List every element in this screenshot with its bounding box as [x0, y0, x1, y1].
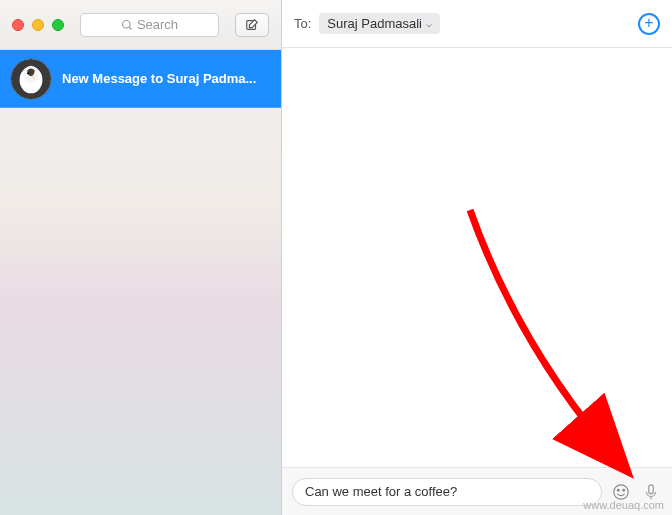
- search-placeholder: Search: [137, 17, 178, 32]
- svg-rect-10: [649, 484, 654, 493]
- conversation-item[interactable]: New Message to Suraj Padma...: [0, 50, 281, 108]
- search-icon: [121, 19, 133, 31]
- message-value: Can we meet for a coffee?: [305, 484, 457, 499]
- titlebar: Search: [0, 0, 281, 50]
- close-window-button[interactable]: [12, 19, 24, 31]
- emoji-button[interactable]: [610, 481, 632, 503]
- svg-line-1: [129, 27, 131, 29]
- recipient-chip[interactable]: Suraj Padmasali ⌵: [319, 13, 440, 34]
- sidebar: Search New Message to Suraj Padma...: [0, 0, 282, 515]
- svg-point-6: [27, 72, 29, 74]
- smiley-icon: [612, 483, 630, 501]
- search-input[interactable]: Search: [80, 13, 219, 37]
- conversation-title: New Message to Suraj Padma...: [62, 71, 256, 86]
- svg-point-8: [617, 489, 619, 491]
- message-input[interactable]: Can we meet for a coffee?: [292, 478, 602, 506]
- microphone-icon: [642, 483, 660, 501]
- compose-button[interactable]: [235, 13, 269, 37]
- details-button[interactable]: +: [638, 13, 660, 35]
- avatar: [10, 58, 52, 100]
- minimize-window-button[interactable]: [32, 19, 44, 31]
- plus-icon: +: [644, 15, 653, 31]
- maximize-window-button[interactable]: [52, 19, 64, 31]
- svg-point-0: [122, 20, 130, 28]
- to-label: To:: [294, 16, 311, 31]
- chevron-down-icon: ⌵: [426, 18, 432, 29]
- svg-point-9: [623, 489, 625, 491]
- main-panel: To: Suraj Padmasali ⌵ + Can we meet for …: [282, 0, 672, 515]
- svg-point-7: [614, 484, 628, 498]
- compose-bar: Can we meet for a coffee?: [282, 467, 672, 515]
- search-wrap: Search: [80, 13, 219, 37]
- window-controls: [12, 19, 64, 31]
- header-bar: To: Suraj Padmasali ⌵ +: [282, 0, 672, 48]
- microphone-button[interactable]: [640, 481, 662, 503]
- compose-icon: [245, 18, 259, 32]
- message-area: [282, 48, 672, 467]
- recipient-name: Suraj Padmasali: [327, 16, 422, 31]
